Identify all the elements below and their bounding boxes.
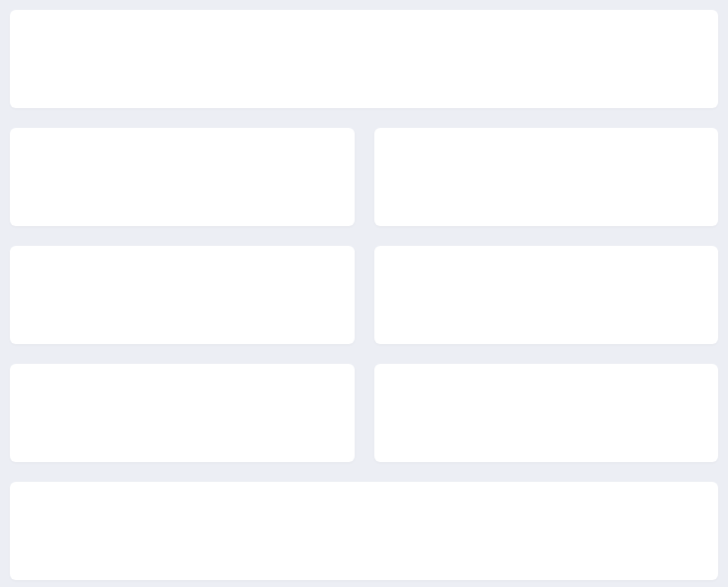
skeleton-card-left [10, 364, 355, 462]
skeleton-card-left [10, 128, 355, 226]
skeleton-card-left [10, 246, 355, 344]
skeleton-card-full [10, 482, 718, 580]
skeleton-container [10, 10, 718, 580]
skeleton-row [10, 246, 718, 344]
skeleton-row [10, 364, 718, 462]
skeleton-card-full [10, 10, 718, 108]
skeleton-row [10, 128, 718, 226]
skeleton-card-right [374, 128, 719, 226]
skeleton-card-right [374, 364, 719, 462]
skeleton-card-right [374, 246, 719, 344]
